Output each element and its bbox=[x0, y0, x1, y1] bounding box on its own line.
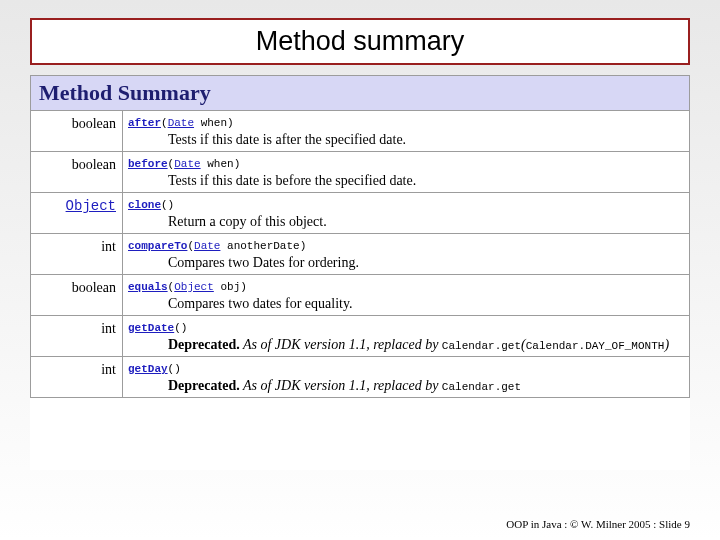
table-header-row: Method Summary bbox=[31, 76, 690, 111]
return-type: boolean bbox=[31, 275, 123, 316]
return-type: int bbox=[31, 357, 123, 398]
slide-title-box: Method summary bbox=[30, 18, 690, 65]
method-desc: Compares two Dates for ordering. bbox=[168, 255, 684, 271]
table-header: Method Summary bbox=[31, 76, 690, 111]
content-area: Method Summary boolean after(Date when) … bbox=[30, 75, 690, 470]
method-desc: Tests if this date is after the specifie… bbox=[168, 132, 684, 148]
method-deprecated: Deprecated. As of JDK version 1.1, repla… bbox=[168, 337, 684, 353]
param-type[interactable]: Date bbox=[174, 158, 200, 170]
table-row: Object clone() Return a copy of this obj… bbox=[31, 193, 690, 234]
method-desc: Tests if this date is before the specifi… bbox=[168, 173, 684, 189]
method-summary-table: Method Summary boolean after(Date when) … bbox=[30, 75, 690, 398]
method-name[interactable]: compareTo bbox=[128, 240, 187, 252]
method-deprecated: Deprecated. As of JDK version 1.1, repla… bbox=[168, 378, 684, 394]
method-cell: clone() Return a copy of this object. bbox=[123, 193, 690, 234]
return-type: int bbox=[31, 316, 123, 357]
table-row: int compareTo(Date anotherDate) Compares… bbox=[31, 234, 690, 275]
return-link[interactable]: Object bbox=[66, 198, 116, 214]
method-name[interactable]: getDate bbox=[128, 322, 174, 334]
param-type[interactable]: Date bbox=[168, 117, 194, 129]
method-desc: Compares two dates for equality. bbox=[168, 296, 684, 312]
method-cell: before(Date when) Tests if this date is … bbox=[123, 152, 690, 193]
table-row: int getDay() Deprecated. As of JDK versi… bbox=[31, 357, 690, 398]
table-row: int getDate() Deprecated. As of JDK vers… bbox=[31, 316, 690, 357]
method-name[interactable]: after bbox=[128, 117, 161, 129]
slide-title: Method summary bbox=[256, 26, 465, 56]
method-name[interactable]: before bbox=[128, 158, 168, 170]
slide-footer: OOP in Java : © W. Milner 2005 : Slide 9 bbox=[506, 518, 690, 530]
method-cell: getDay() Deprecated. As of JDK version 1… bbox=[123, 357, 690, 398]
table-row: boolean after(Date when) Tests if this d… bbox=[31, 111, 690, 152]
method-name[interactable]: equals bbox=[128, 281, 168, 293]
method-desc: Return a copy of this object. bbox=[168, 214, 684, 230]
return-type: boolean bbox=[31, 152, 123, 193]
method-name[interactable]: getDay bbox=[128, 363, 168, 375]
method-cell: compareTo(Date anotherDate) Compares two… bbox=[123, 234, 690, 275]
return-type: boolean bbox=[31, 111, 123, 152]
param-type[interactable]: Date bbox=[194, 240, 220, 252]
param-type[interactable]: Object bbox=[174, 281, 214, 293]
method-cell: after(Date when) Tests if this date is a… bbox=[123, 111, 690, 152]
return-type: int bbox=[31, 234, 123, 275]
table-row: boolean before(Date when) Tests if this … bbox=[31, 152, 690, 193]
table-row: boolean equals(Object obj) Compares two … bbox=[31, 275, 690, 316]
return-type: Object bbox=[31, 193, 123, 234]
method-cell: equals(Object obj) Compares two dates fo… bbox=[123, 275, 690, 316]
method-cell: getDate() Deprecated. As of JDK version … bbox=[123, 316, 690, 357]
method-name[interactable]: clone bbox=[128, 199, 161, 211]
